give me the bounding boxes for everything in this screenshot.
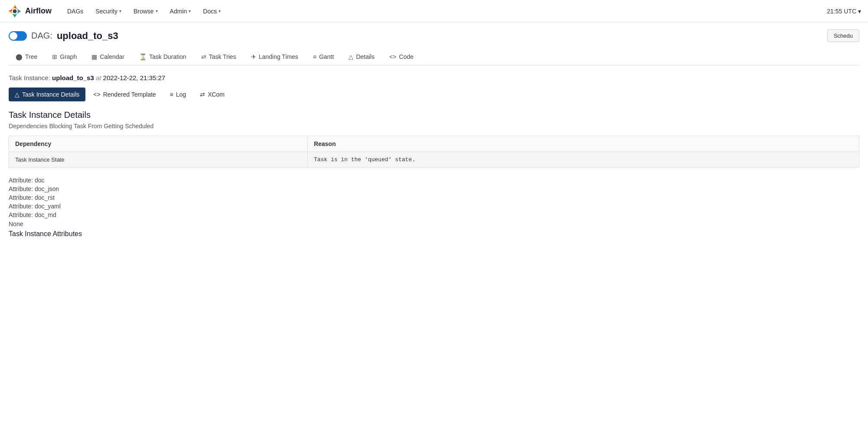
tab-task-tries[interactable]: ⇄ Task Tries xyxy=(194,49,243,65)
dag-label: DAG: xyxy=(31,31,52,41)
navbar: Airflow DAGs Security ▾ Browse ▾ Admin ▾… xyxy=(0,0,868,23)
sub-tab-details-icon: △ xyxy=(15,91,20,98)
dependency-table: Dependency Reason Task Instance State Ta… xyxy=(9,136,859,168)
tab-graph[interactable]: ⊞ Graph xyxy=(45,49,84,65)
tab-calendar[interactable]: ▦ Calendar xyxy=(85,49,131,65)
calendar-icon: ▦ xyxy=(91,53,97,60)
schedule-button[interactable]: Schedu xyxy=(827,29,859,42)
col-dependency: Dependency xyxy=(9,136,308,152)
brand-logo[interactable]: Airflow xyxy=(7,3,52,19)
brand-name: Airflow xyxy=(25,6,52,16)
sub-tab-log[interactable]: ≡ Log xyxy=(164,88,193,101)
docs-dropdown-arrow: ▾ xyxy=(219,9,221,13)
dag-title-row: DAG: upload_to_s3 xyxy=(9,30,118,42)
admin-dropdown-arrow: ▾ xyxy=(189,9,191,13)
svg-marker-1 xyxy=(13,5,15,9)
airflow-logo-icon xyxy=(7,3,23,19)
tab-landing-times[interactable]: ✈ Landing Times xyxy=(244,49,305,65)
tab-code[interactable]: <> Code xyxy=(382,49,421,65)
dag-name: upload_to_s3 xyxy=(57,30,118,42)
attr-doc-md: Attribute: doc_md xyxy=(9,211,859,219)
dependency-cell: Task Instance State xyxy=(9,152,308,168)
attributes-list: Attribute: doc Attribute: doc_json Attri… xyxy=(9,176,859,219)
security-dropdown-arrow: ▾ xyxy=(119,9,121,13)
task-instance-header: Task Instance: upload_to_s3 at 2022-12-2… xyxy=(9,74,859,81)
task-instance-datetime: 2022-12-22, 21:35:27 xyxy=(103,74,165,81)
sub-tabs-row: △ Task Instance Details <> Rendered Temp… xyxy=(9,88,859,101)
navbar-time: 21:55 UTC ▾ xyxy=(827,8,861,15)
graph-icon: ⊞ xyxy=(52,53,57,60)
none-text: None xyxy=(9,221,859,227)
sub-tab-xcom[interactable]: ⇄ XCom xyxy=(194,88,231,101)
nav-item-admin[interactable]: Admin ▾ xyxy=(165,5,196,17)
svg-marker-7 xyxy=(9,9,13,11)
task-instance-name: upload_to_s3 xyxy=(52,74,94,81)
details-section: Task Instance Details Dependencies Block… xyxy=(9,110,859,168)
nav-item-dags[interactable]: DAGs xyxy=(62,5,88,17)
time-dropdown-arrow: ▾ xyxy=(858,8,861,15)
svg-marker-5 xyxy=(13,13,15,17)
nav-item-browse[interactable]: Browse ▾ xyxy=(128,5,163,17)
sub-tab-log-icon: ≡ xyxy=(170,91,173,98)
attr-doc-rst: Attribute: doc_rst xyxy=(9,194,859,201)
tabs-row: ⬤ Tree ⊞ Graph ▦ Calendar ⌛ Task Duratio… xyxy=(9,49,859,65)
dag-header: DAG: upload_to_s3 Schedu xyxy=(9,29,859,42)
attr-doc: Attribute: doc xyxy=(9,176,859,184)
attr-doc-json: Attribute: doc_json xyxy=(9,185,859,193)
table-row: Task Instance State Task is in the 'queu… xyxy=(9,152,859,168)
col-reason: Reason xyxy=(307,136,859,152)
details-icon: △ xyxy=(349,53,353,60)
tab-gantt[interactable]: ≡ Gantt xyxy=(306,49,341,65)
attr-doc-yaml: Attribute: doc_yaml xyxy=(9,202,859,210)
nav-menu: DAGs Security ▾ Browse ▾ Admin ▾ Docs ▾ xyxy=(62,5,827,17)
sub-tab-task-instance-details[interactable]: △ Task Instance Details xyxy=(9,88,85,101)
tab-task-duration[interactable]: ⌛ Task Duration xyxy=(132,49,193,65)
reason-cell: Task is in the 'queued' state. xyxy=(307,152,859,168)
sub-tab-rendered-icon: <> xyxy=(93,91,100,98)
nav-item-security[interactable]: Security ▾ xyxy=(90,5,127,17)
svg-point-8 xyxy=(13,9,17,13)
tab-details[interactable]: △ Details xyxy=(342,49,382,65)
task-duration-icon: ⌛ xyxy=(139,53,147,60)
table-header-row: Dependency Reason xyxy=(9,136,859,152)
svg-marker-3 xyxy=(17,11,21,13)
section-title: Task Instance Details xyxy=(9,110,859,120)
svg-marker-4 xyxy=(15,13,17,17)
gantt-icon: ≡ xyxy=(313,53,317,60)
svg-marker-0 xyxy=(15,5,17,9)
tree-icon: ⬤ xyxy=(16,53,23,60)
svg-marker-6 xyxy=(9,11,13,13)
task-tries-icon: ⇄ xyxy=(201,53,206,60)
section-subtitle: Dependencies Blocking Task From Getting … xyxy=(9,123,859,130)
svg-marker-2 xyxy=(17,9,21,11)
sub-tab-rendered-template[interactable]: <> Rendered Template xyxy=(87,88,162,101)
nav-item-docs[interactable]: Docs ▾ xyxy=(198,5,226,17)
task-instance-attrs-title: Task Instance Attributes xyxy=(9,230,859,238)
landing-times-icon: ✈ xyxy=(251,53,256,60)
code-icon: <> xyxy=(389,53,396,60)
main-content: DAG: upload_to_s3 Schedu ⬤ Tree ⊞ Graph … xyxy=(0,23,868,245)
at-text: at xyxy=(96,74,101,81)
browse-dropdown-arrow: ▾ xyxy=(156,9,158,13)
dag-toggle[interactable] xyxy=(9,31,27,41)
sub-tab-xcom-icon: ⇄ xyxy=(200,91,205,98)
tab-tree[interactable]: ⬤ Tree xyxy=(9,49,44,65)
